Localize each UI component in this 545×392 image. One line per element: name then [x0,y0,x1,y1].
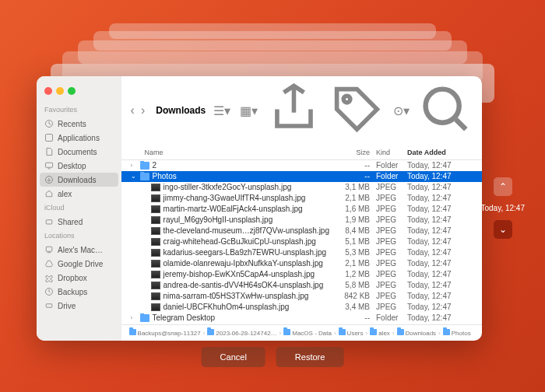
snapshot-next-button[interactable]: ⌄ [494,220,512,239]
disclosure-icon[interactable]: › [131,162,137,169]
sidebar-item-documents[interactable]: Documents [37,145,121,159]
view-grid-icon[interactable]: ▦▾ [240,103,258,118]
file-row[interactable]: jeremy-bishop-EwKXn5CapA4-unsplash.jpg1,… [121,269,482,280]
maximize-button[interactable] [68,87,76,95]
download-icon [44,175,54,184]
tag-icon[interactable] [330,82,384,139]
file-size: 5,1 MB [329,237,370,246]
disclosure-icon[interactable]: ⌄ [131,173,137,180]
sidebar-item-shared[interactable]: Shared [37,215,121,229]
path-segment[interactable]: Backups@snap-11327 [129,329,201,337]
file-size: 5,8 MB [329,281,370,289]
forward-button[interactable]: › [141,103,145,117]
file-row[interactable]: olamide-olanrewaju-IpbxNufkkaY-unsplash.… [121,258,482,269]
folder-icon [129,329,136,335]
file-row[interactable]: ⌄Photos--FolderToday, 12:47 [121,171,482,182]
sidebar-item-desktop[interactable]: Desktop [37,159,121,173]
minimize-button[interactable] [56,87,64,95]
backup-icon [44,287,54,296]
close-button[interactable] [44,87,52,95]
doc-icon [44,147,54,156]
sidebar-item-backups[interactable]: Backups [37,285,121,299]
file-date: Today, 12:47 [407,313,473,322]
file-size: 1,6 MB [329,205,370,213]
path-segment[interactable]: Photos [443,329,471,337]
desktop-icon [44,161,54,170]
image-icon [151,292,160,300]
restore-button[interactable]: Restore [276,347,344,367]
file-kind: JPEG [370,303,407,311]
file-row[interactable]: daniel-UBCFKhuhOm4-unsplash.jpg3,4 MBJPE… [121,302,482,313]
folder-icon [140,173,149,180]
home-icon [44,189,54,198]
sidebar-item-downloads[interactable]: Downloads [40,173,118,187]
column-headers[interactable]: Name Size Kind Date Added [121,145,482,160]
folder-icon [207,329,214,335]
file-list[interactable]: ›2--FolderToday, 12:47⌄Photos--FolderTod… [121,160,482,324]
sidebar-item-recents[interactable]: Recents [37,117,121,131]
file-name: olamide-olanrewaju-IpbxNufkkaY-unsplash.… [164,259,323,268]
path-segment[interactable]: Users [339,329,364,337]
file-date: Today, 12:47 [407,226,473,235]
search-icon[interactable] [419,82,473,139]
file-row[interactable]: nima-sarram-t05HS3TXwHw-unsplash.jpg842 … [121,291,482,302]
sidebar-header: Favourites [37,103,121,117]
sidebar-item-drive[interactable]: Drive [37,299,121,313]
file-row[interactable]: ›Telegram Desktop--FolderToday, 12:47 [121,313,482,324]
action-icon[interactable]: ⊙▾ [393,103,410,118]
sidebar-item-alex[interactable]: alex [37,187,121,201]
file-row[interactable]: andrea-de-santis-dVV4H64sOK4-unsplash.jp… [121,280,482,291]
file-name: Photos [153,172,177,180]
path-segment[interactable]: MacOS - Data [283,329,332,337]
file-kind: JPEG [370,215,407,224]
view-list-icon[interactable]: ☰▾ [213,103,230,118]
file-row[interactable]: jimmy-chang-3GwaeUIfTR4-unsplash.jpg2,1 … [121,193,482,204]
sidebar-item-label: Desktop [58,162,86,170]
file-size: -- [329,313,370,322]
path-segment[interactable]: Downloads [397,329,437,337]
path-segment[interactable]: 2023-06-28-124742… [207,329,276,337]
sidebar-item-googledrive[interactable]: Google Drive [37,257,121,271]
file-row[interactable]: kadarius-seegars-LBa9zh7EWRU-unsplash.jp… [121,247,482,258]
file-row[interactable]: ingo-stiller-3tkxfe2GocY-unsplash.jpg3,1… [121,182,482,193]
file-row[interactable]: martin-martz-W0EalFjAck4-unsplash.jpg1,6… [121,204,482,215]
file-row[interactable]: rayul_M6gy9oHgII-unsplash.jpg1,9 MBJPEGT… [121,215,482,226]
svg-rect-2 [46,163,53,167]
sidebar-item-label: Drive [58,302,76,310]
sidebar-item-dropbox[interactable]: Dropbox [37,271,121,285]
path-segment[interactable]: alex [370,329,390,337]
column-kind[interactable]: Kind [370,149,407,156]
file-date: Today, 12:47 [407,237,473,246]
share-icon[interactable] [267,82,321,139]
file-date: Today, 12:47 [407,183,473,191]
file-size: 2,1 MB [329,194,370,202]
column-name[interactable]: Name [131,149,329,156]
sidebar-item-alexsmac[interactable]: Alex's Mac… [37,243,121,257]
svg-point-8 [343,96,350,103]
image-icon [151,227,160,235]
content-area: ‹ › Downloads ☰▾ ▦▾ ⊙▾ Name Size Kind Da… [121,76,482,341]
file-size: -- [329,172,370,180]
path-separator: › [203,330,206,337]
folder-icon [140,162,149,170]
back-button[interactable]: ‹ [131,103,135,117]
folder-icon [140,314,149,322]
cancel-button[interactable]: Cancel [202,347,265,367]
folder-icon [443,329,450,335]
snapshot-prev-button[interactable]: ⌃ [494,177,512,196]
dropbox-icon [44,273,54,282]
file-row[interactable]: ›2--FolderToday, 12:47 [121,160,482,171]
file-kind: Folder [370,172,407,180]
file-row[interactable]: the-cleveland-museum…zj8f7QVw-unsplash.j… [121,226,482,236]
file-row[interactable]: craig-whitehead-GcBuJkuiCpU-unsplash.jpg… [121,236,482,247]
sidebar-item-label: Shared [58,218,83,226]
file-kind: JPEG [370,281,407,289]
sidebar-item-applications[interactable]: Applications [37,131,121,145]
column-date[interactable]: Date Added [407,149,473,156]
disclosure-icon[interactable]: › [131,314,137,321]
column-size[interactable]: Size [329,149,370,156]
file-name: jeremy-bishop-EwKXn5CapA4-unsplash.jpg [164,270,315,278]
file-kind: JPEG [370,183,407,191]
image-icon [151,205,160,213]
image-icon [151,260,160,268]
